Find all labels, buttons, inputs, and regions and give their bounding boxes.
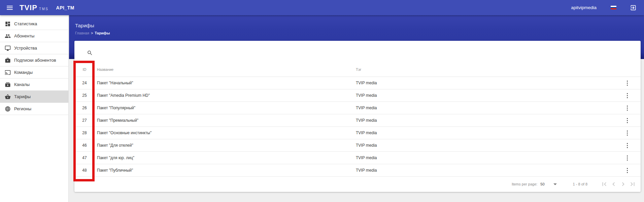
sidebar-item-commands[interactable]: Команды [0, 66, 68, 79]
logo-subtext: TMS [39, 7, 49, 11]
sidebar-item-label: Абоненты [14, 33, 34, 38]
sidebar-item-label: Статистика [14, 21, 37, 26]
kebab-menu-icon[interactable] [623, 79, 631, 87]
app-bar: TVIP TMS API_TM apitvipmedia [0, 0, 644, 15]
logo-text: TVIP [20, 3, 37, 12]
content-area: Тарифы Главная > Тарифы ID Название Тэг … [69, 15, 644, 202]
cell-id: 47 [74, 155, 95, 160]
breadcrumb-home-link[interactable]: Главная [75, 31, 89, 35]
cell-id: 27 [74, 118, 95, 123]
kebab-menu-icon[interactable] [623, 91, 631, 99]
sidebar-item-label: Устройства [14, 46, 37, 51]
cell-name: Пакет "Для отелей" [95, 143, 356, 148]
table-header-row: ID Название Тэг [74, 62, 641, 77]
table-row: 28 Пакет "Основные инстинкты" TVIP media [74, 127, 641, 139]
sidebar-item-statistics[interactable]: Статистика [0, 18, 68, 30]
brand-logo: TVIP TMS [20, 3, 49, 12]
kebab-menu-icon[interactable] [623, 154, 631, 162]
cell-name: Пакет "Amedia Premium HD" [95, 93, 356, 98]
environment-label: API_TM [56, 5, 74, 10]
table-paginator: Items per page: 50 1 - 8 of 8 [74, 177, 641, 192]
table-row: 26 Пакет "Популярный" TVIP media [74, 102, 641, 114]
page-range-label: 1 - 8 of 8 [573, 182, 587, 186]
chevron-down-icon[interactable] [553, 183, 557, 185]
cell-tag: TVIP media [356, 168, 614, 173]
dashboard-icon [4, 21, 11, 27]
next-page-icon[interactable] [618, 179, 628, 189]
cell-tag: TVIP media [356, 118, 614, 123]
sidebar-item-label: Тарифы [14, 94, 31, 99]
sidebar-item-tariffs[interactable]: Тарифы [0, 91, 68, 103]
breadcrumb-separator: > [91, 31, 93, 35]
cell-tag: TVIP media [356, 93, 614, 98]
people-icon [4, 33, 11, 39]
cell-tag: TVIP media [356, 155, 614, 160]
sidebar-item-label: Команды [14, 70, 33, 75]
cell-id: 46 [74, 143, 95, 148]
kebab-menu-icon[interactable] [623, 166, 631, 174]
sidebar-item-regions[interactable]: Регионы [0, 103, 68, 115]
items-per-page-label: Items per page: [512, 182, 537, 186]
sidebar: Статистика Абоненты Устройства Подписки … [0, 15, 69, 202]
cell-id: 48 [74, 168, 95, 173]
cell-id: 24 [74, 81, 95, 85]
cell-id: 28 [74, 131, 95, 135]
kebab-menu-icon[interactable] [623, 104, 631, 112]
sidebar-item-label: Подписки абонентов [14, 58, 56, 63]
items-per-page-select[interactable]: 50 [540, 182, 544, 186]
cell-id: 26 [74, 106, 95, 110]
table-row: 24 Пакет "Начальный" TVIP media [74, 77, 641, 89]
breadcrumb-current: Тарифы [95, 31, 110, 35]
cell-tag: TVIP media [356, 106, 614, 110]
table-row: 48 Пакет "Публичный" TVIP media [74, 164, 641, 177]
sidebar-item-label: Каналы [14, 82, 30, 87]
column-header-name: Название [95, 67, 356, 71]
username-menu[interactable]: apitvipmedia [571, 5, 597, 10]
globe-icon [4, 106, 11, 112]
column-header-id: ID [74, 67, 95, 71]
device-monitor-icon [4, 45, 11, 52]
search-icon[interactable] [87, 50, 93, 56]
sidebar-item-devices[interactable]: Устройства [0, 42, 68, 54]
flag-ru-icon[interactable] [611, 6, 616, 9]
cell-name: Пакет "Популярный" [95, 106, 356, 110]
last-page-icon[interactable] [628, 179, 637, 189]
cell-name: Пакет "для юр. лиц" [95, 155, 356, 160]
table-row: 46 Пакет "Для отелей" TVIP media [74, 139, 641, 152]
menu-icon[interactable] [4, 3, 15, 13]
sidebar-item-subscriptions[interactable]: Подписки абонентов [0, 54, 68, 66]
column-header-tag: Тэг [356, 67, 614, 71]
kebab-menu-icon[interactable] [623, 129, 631, 137]
kebab-menu-icon[interactable] [623, 116, 631, 124]
cell-id: 25 [74, 93, 95, 98]
table-row: 25 Пакет "Amedia Premium HD" TVIP media [74, 89, 641, 102]
cell-tag: TVIP media [356, 81, 614, 85]
page-title: Тарифы [75, 23, 110, 28]
briefcase-play-icon [4, 57, 11, 64]
cell-name: Пакет "Основные инстинкты" [95, 131, 356, 135]
first-page-icon[interactable] [600, 179, 609, 189]
cell-name: Пакет "Публичный" [95, 168, 356, 173]
table-row: 47 Пакет "для юр. лиц" TVIP media [74, 152, 641, 164]
sidebar-item-channels[interactable]: Каналы [0, 79, 68, 91]
prev-page-icon[interactable] [609, 179, 618, 189]
sidebar-item-subscribers[interactable]: Абоненты [0, 30, 68, 42]
tariffs-card: ID Название Тэг 24 Пакет "Начальный" TVI… [74, 41, 641, 192]
sidebar-item-label: Регионы [14, 106, 31, 111]
kebab-menu-icon[interactable] [623, 141, 631, 149]
logout-icon[interactable] [630, 4, 637, 11]
cell-tag: TVIP media [356, 143, 614, 148]
channels-play-icon [4, 81, 11, 88]
cell-tag: TVIP media [356, 131, 614, 135]
table-toolbar [74, 41, 641, 62]
basket-icon [4, 93, 11, 100]
cell-name: Пакет "Премиальный" [95, 118, 356, 123]
cast-icon [4, 69, 11, 76]
cell-name: Пакет "Начальный" [95, 81, 356, 85]
table-row: 27 Пакет "Премиальный" TVIP media [74, 114, 641, 127]
breadcrumb: Главная > Тарифы [75, 31, 110, 35]
